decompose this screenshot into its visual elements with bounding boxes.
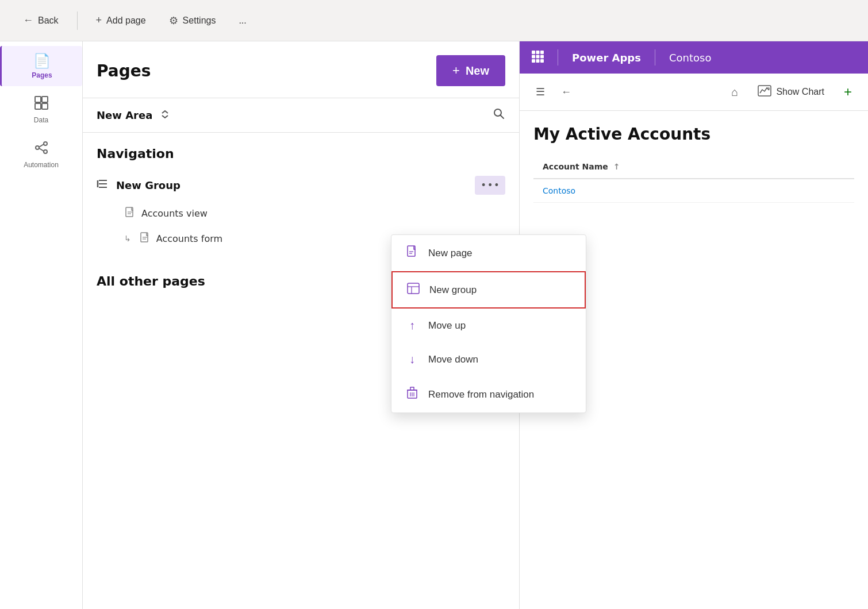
move-up-icon: ↑ <box>405 319 419 332</box>
page-icon <box>124 206 136 220</box>
svg-rect-29 <box>540 59 544 63</box>
content-title: My Active Accounts <box>533 125 854 144</box>
group-item-left: New Group <box>97 178 180 193</box>
svg-rect-27 <box>532 59 535 63</box>
svg-line-8 <box>39 148 44 151</box>
data-icon <box>34 95 49 114</box>
account-name-cell: Contoso <box>533 179 854 203</box>
svg-rect-25 <box>536 55 540 58</box>
back-button[interactable]: ← Back <box>14 10 68 31</box>
svg-line-7 <box>39 144 44 147</box>
svg-rect-23 <box>540 51 544 54</box>
pages-icon: 📄 <box>33 53 51 69</box>
power-apps-label: Power Apps <box>572 52 641 64</box>
group-name: New Group <box>116 179 180 191</box>
svg-rect-0 <box>35 97 41 102</box>
settings-label: Settings <box>183 16 216 26</box>
svg-rect-34 <box>408 283 419 294</box>
remove-navigation-icon <box>405 387 419 402</box>
waffle-icon[interactable] <box>531 50 544 65</box>
context-menu-move-up[interactable]: ↑ Move up <box>391 309 586 342</box>
content-nav-back-icon: ← <box>561 86 571 98</box>
add-record-icon: + <box>844 84 852 99</box>
area-selector: New Area <box>83 98 519 133</box>
area-search-icon[interactable] <box>493 107 505 123</box>
group-icon <box>97 178 109 193</box>
automation-icon <box>34 140 49 159</box>
more-options-label: ... <box>239 16 246 26</box>
context-menu-move-down[interactable]: ↓ Move down <box>391 342 586 376</box>
group-more-button[interactable]: • • • <box>475 176 505 195</box>
sidebar-item-automation-label: Automation <box>24 161 59 169</box>
indent-arrow-icon: ↳ <box>124 234 131 243</box>
content-back-icon: ☰ <box>536 86 545 98</box>
more-options-button[interactable]: ... <box>229 11 255 30</box>
page-icon-2 <box>139 232 151 245</box>
area-selector-left: New Area <box>97 109 171 122</box>
svg-line-10 <box>501 115 504 119</box>
power-apps-divider <box>558 49 558 65</box>
pages-title: Pages <box>97 61 151 80</box>
table-row: Contoso <box>533 179 854 203</box>
new-page-icon <box>405 245 419 261</box>
sidebar-item-data[interactable]: Data <box>0 88 82 131</box>
back-label: Back <box>38 16 59 26</box>
svg-rect-3 <box>42 103 48 109</box>
area-chevron-icon[interactable] <box>159 109 171 122</box>
context-menu-move-down-label: Move down <box>428 354 478 365</box>
new-icon: + <box>452 63 460 78</box>
content-nav-back-button[interactable]: ← <box>556 82 576 103</box>
context-menu-remove-navigation-label: Remove from navigation <box>428 389 534 400</box>
context-menu-new-group-label: New group <box>429 284 477 296</box>
new-label: New <box>466 64 489 78</box>
content-back-button[interactable]: ☰ <box>531 81 550 103</box>
icon-sidebar: 📄 Pages Data <box>0 41 83 609</box>
top-toolbar: ← Back + Add page ⚙ Settings ... <box>0 0 868 41</box>
home-button[interactable]: ⌂ <box>727 81 743 103</box>
svg-point-5 <box>44 142 47 145</box>
navigation-title: Navigation <box>97 147 505 161</box>
content-toolbar: ☰ ← ⌂ Show Chart + <box>520 74 868 111</box>
show-chart-label: Show Chart <box>776 87 824 97</box>
contoso-label: Contoso <box>669 52 711 64</box>
svg-point-4 <box>36 146 39 149</box>
back-icon: ← <box>23 14 33 26</box>
add-page-icon: + <box>96 14 102 26</box>
settings-icon: ⚙ <box>169 14 178 27</box>
svg-rect-22 <box>536 51 540 54</box>
add-page-label: Add page <box>106 16 146 26</box>
sidebar-item-pages-label: Pages <box>32 71 52 79</box>
svg-rect-1 <box>42 97 48 102</box>
pages-header: Pages + New <box>83 41 519 98</box>
data-table: Account Name ↑ Contoso <box>533 155 854 203</box>
account-link[interactable]: Contoso <box>543 186 575 195</box>
context-menu: New page New group ↑ Move up ↓ Move down <box>391 234 586 413</box>
show-chart-icon <box>758 85 771 99</box>
svg-rect-21 <box>532 51 535 54</box>
move-down-icon: ↓ <box>405 353 419 366</box>
sidebar-item-pages[interactable]: 📄 Pages <box>0 46 82 86</box>
area-name: New Area <box>97 109 152 121</box>
context-menu-new-group[interactable]: New group <box>391 271 586 309</box>
add-page-button[interactable]: + Add page <box>87 10 155 31</box>
sidebar-item-data-label: Data <box>34 116 48 124</box>
sidebar-item-automation[interactable]: Automation <box>0 133 82 176</box>
context-menu-new-page[interactable]: New page <box>391 235 586 271</box>
svg-rect-24 <box>532 55 535 58</box>
svg-rect-28 <box>536 59 540 63</box>
settings-button[interactable]: ⚙ Settings <box>160 10 225 32</box>
show-chart-button[interactable]: Show Chart <box>750 80 832 103</box>
context-menu-remove-navigation[interactable]: Remove from navigation <box>391 376 586 413</box>
svg-rect-2 <box>35 103 41 109</box>
sub-item-label: Accounts view <box>141 208 208 219</box>
table-header-account-name[interactable]: Account Name ↑ <box>533 155 854 179</box>
svg-rect-26 <box>540 55 544 58</box>
context-menu-new-page-label: New page <box>428 248 473 259</box>
new-group-icon <box>406 283 420 297</box>
svg-point-6 <box>44 150 47 153</box>
new-button[interactable]: + New <box>436 55 505 86</box>
sub-item-label-2: Accounts form <box>156 233 222 244</box>
add-record-button[interactable]: + <box>839 82 857 102</box>
group-item: New Group • • • <box>97 170 505 201</box>
context-menu-move-up-label: Move up <box>428 320 466 332</box>
